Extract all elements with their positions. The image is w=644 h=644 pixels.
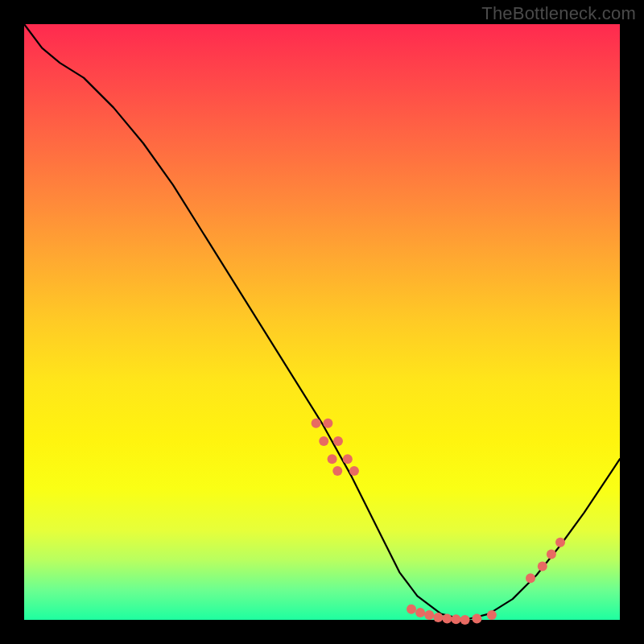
watermark-text: TheBottleneck.com	[481, 3, 636, 24]
data-dot	[526, 573, 535, 583]
chart-svg	[24, 24, 620, 620]
data-dot	[323, 419, 332, 428]
data-dot	[452, 614, 461, 624]
data-dot	[442, 614, 452, 624]
data-dot	[424, 610, 434, 620]
data-dot	[332, 466, 342, 476]
data-dot	[433, 613, 443, 622]
data-dot	[487, 610, 497, 620]
data-dot	[472, 614, 481, 624]
plot-gradient-background	[24, 24, 620, 620]
data-dot	[333, 436, 343, 446]
data-dot	[319, 436, 328, 446]
bottleneck-curve	[24, 24, 620, 620]
data-dot	[328, 454, 337, 464]
data-dot	[407, 605, 416, 614]
chart-frame: TheBottleneck.com	[0, 0, 644, 644]
data-dot	[343, 454, 353, 464]
data-dot	[555, 538, 565, 547]
data-dot	[460, 615, 470, 625]
data-dot	[312, 419, 321, 428]
data-dot	[349, 466, 359, 476]
data-dots-group	[312, 419, 565, 625]
data-dot	[547, 550, 556, 559]
data-dot	[538, 561, 547, 571]
data-dot	[415, 608, 425, 617]
